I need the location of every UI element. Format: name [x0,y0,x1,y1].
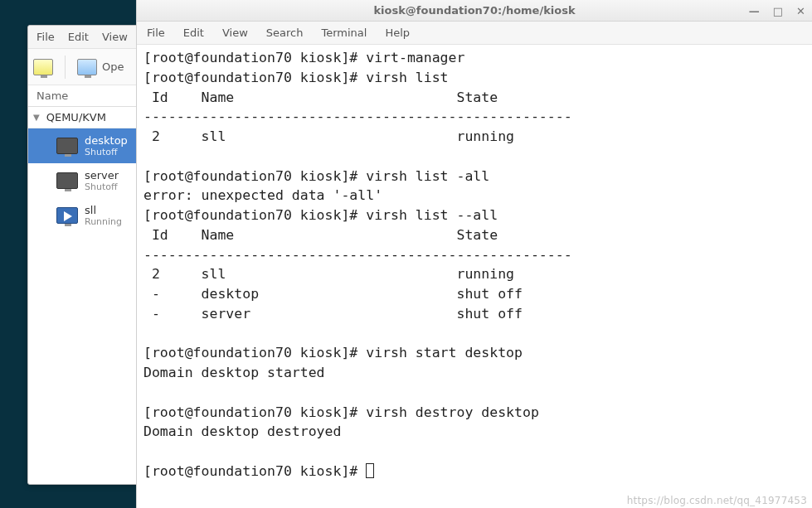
vm-state-label: Running [85,216,122,227]
vm-name-label: sll [85,204,122,217]
window-controls: — □ ✕ [749,0,805,22]
vm-monitor-play-icon [56,207,78,224]
vm-monitor-icon [56,172,78,189]
terminal-window: kiosk@foundation70:/home/kiosk — □ ✕ Fil… [136,0,812,508]
term-menu-edit[interactable]: Edit [183,27,204,39]
terminal-output[interactable]: [root@foundation70 kiosk]# virt-manager … [137,45,812,486]
monitor-icon [33,59,53,75]
column-name-label: Name [36,90,68,102]
vm-menu-file[interactable]: File [36,31,55,43]
open-vm-button[interactable]: Ope [77,59,124,75]
terminal-titlebar[interactable]: kiosk@foundation70:/home/kiosk — □ ✕ [137,0,812,22]
watermark-text: https://blog.csdn.net/qq_41977453 [627,495,807,506]
vm-monitor-icon [56,138,78,154]
minimize-button[interactable]: — [749,5,760,17]
term-menu-help[interactable]: Help [385,27,410,39]
vm-group-label: QEMU/KVM [46,111,106,123]
vm-menu-view[interactable]: View [102,31,128,43]
maximize-button[interactable]: □ [773,5,783,17]
term-menu-search[interactable]: Search [266,27,304,39]
new-vm-button[interactable] [33,59,53,75]
terminal-menubar: File Edit View Search Terminal Help [137,22,812,45]
term-menu-terminal[interactable]: Terminal [321,27,367,39]
monitor-icon [77,59,97,75]
vm-name-label: desktop [85,134,128,148]
term-menu-view[interactable]: View [222,27,248,39]
vm-name-label: server [85,169,119,182]
vm-state-label: Shutoff [85,181,119,192]
toolbar-separator [65,56,66,79]
vm-menu-edit[interactable]: Edit [68,31,89,43]
vm-state-label: Shutoff [85,147,128,157]
term-menu-file[interactable]: File [147,27,165,39]
close-button[interactable]: ✕ [796,5,805,17]
open-button-label: Ope [102,60,124,73]
terminal-title: kiosk@foundation70:/home/kiosk [373,4,575,17]
chevron-down-icon: ▼ [33,113,40,122]
terminal-cursor [366,463,374,478]
